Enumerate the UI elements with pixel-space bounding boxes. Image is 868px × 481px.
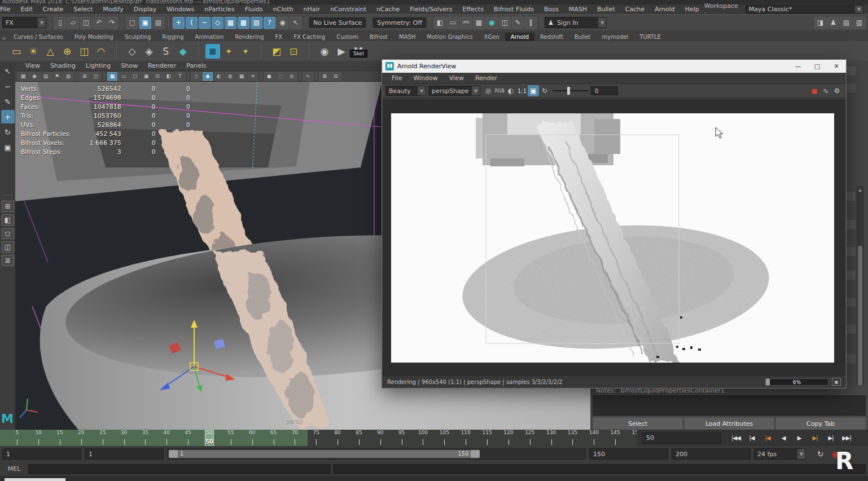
step-back-key-button[interactable]: |◀ [760, 432, 775, 444]
paint-select-tool[interactable]: ✎ [1, 95, 15, 108]
standin-icon[interactable]: ◇ [124, 43, 141, 60]
render-icon[interactable]: ◉ [316, 43, 333, 60]
shelf-tab[interactable]: Sculpting [119, 33, 157, 41]
safe-title-icon[interactable]: T [175, 72, 185, 81]
menu-item[interactable]: nCloth [268, 6, 299, 13]
exposure-slider[interactable] [553, 85, 589, 96]
maximize-button[interactable]: □ [808, 60, 827, 73]
occlusion-icon[interactable]: ☀ [248, 72, 258, 81]
menu-item[interactable]: Arnold [650, 6, 680, 13]
physical-sky-icon[interactable]: ◠ [93, 43, 109, 60]
snap-curve-icon[interactable]: ( [186, 17, 198, 29]
hypershade-icon[interactable]: ● [486, 17, 498, 29]
highlight-selection-icon[interactable]: ↖ [290, 17, 301, 29]
render-current-frame-icon[interactable]: ▭ [447, 17, 459, 29]
scrollbar-thumb[interactable] [858, 246, 862, 387]
timeline-track[interactable]: 5101520253035404550556065707580859095100… [0, 430, 637, 446]
menu-item[interactable]: Help [680, 6, 704, 13]
textured-icon[interactable]: ◐ [214, 72, 224, 81]
menu-item[interactable]: Cache [620, 6, 650, 13]
snap-grid-icon[interactable]: + [173, 17, 185, 29]
curve-collector-icon[interactable]: S [157, 43, 174, 60]
rotate-tool[interactable]: ↻ [1, 125, 15, 139]
menu-item[interactable]: Create [38, 6, 69, 13]
footer-button[interactable]: Load Attributes [684, 417, 774, 430]
panel-menu-item[interactable]: View [21, 62, 45, 69]
range-start-handle[interactable] [169, 450, 178, 458]
notes-textarea[interactable] [593, 395, 866, 416]
light-editor-icon[interactable]: ◫ [499, 17, 511, 29]
display-settings-icon[interactable]: ⚙ [831, 85, 843, 96]
tx-manager-icon[interactable]: ▦ [205, 44, 220, 59]
render-sequence-icon[interactable]: ▶ [333, 43, 350, 60]
light-manager-icon[interactable]: ◩ [268, 43, 285, 60]
footer-button[interactable]: Select [593, 417, 683, 430]
range-end-handle[interactable] [471, 450, 480, 458]
shelf-menu-icon[interactable]: ≡ [0, 36, 8, 41]
shelf-tab[interactable]: Rigging [157, 33, 190, 41]
play-forwards-button[interactable]: ▶ [791, 432, 807, 444]
panel-menu-item[interactable]: Renderer [143, 62, 181, 69]
exposure-value-field[interactable]: 0 [591, 86, 618, 95]
light-portal-icon[interactable]: ◫ [76, 43, 93, 60]
snap-projected-center-icon[interactable]: ◇ [212, 17, 223, 29]
menu-item[interactable]: nHair [299, 6, 326, 13]
paint-effects-icon[interactable]: ✎ [512, 17, 524, 29]
menu-item[interactable]: Select [68, 6, 98, 13]
shelf-tab[interactable]: Custom [331, 33, 363, 41]
animation-start-field[interactable]: 1 [2, 448, 81, 460]
zoom-ratio-label[interactable]: 1:1 [516, 85, 528, 96]
step-forward-key-button[interactable]: ▶| [807, 432, 823, 444]
aov-browser-icon[interactable]: ⊡ [285, 43, 302, 60]
step-back-frame-button[interactable]: |◀ [744, 432, 760, 444]
renderview-menu-item[interactable]: Window [408, 74, 442, 82]
shelf-tab[interactable]: FX Caching [288, 33, 331, 41]
character-controls-icon[interactable]: ♟ [827, 17, 839, 29]
oversampling-icon[interactable]: ◫ [91, 72, 101, 81]
menu-item[interactable]: Fluids [240, 6, 268, 13]
menu-item[interactable]: Effects [457, 6, 488, 13]
field-chart-icon[interactable]: ⊡ [152, 72, 163, 81]
bookmarks-icon[interactable]: ⚑ [52, 72, 62, 81]
motion-blur-icon[interactable]: ● [264, 72, 274, 81]
safe-action-icon[interactable]: ◧ [164, 72, 174, 81]
shelf-tab[interactable]: MASH [393, 33, 421, 41]
menu-item[interactable]: Modify [98, 6, 128, 13]
layout-outliner[interactable]: ≣ [2, 255, 14, 266]
multisample-icon[interactable]: ◌ [275, 72, 286, 81]
resolution-gate-icon[interactable]: ◻ [130, 72, 140, 81]
save-image-icon[interactable]: ▣ [832, 378, 841, 386]
shelf-tab[interactable]: Arnold [505, 33, 534, 41]
render-settings-icon[interactable]: ▦ [473, 17, 485, 29]
panel-menu-item[interactable]: Lighting [81, 62, 115, 69]
playback-start-field[interactable]: 1 [85, 448, 164, 460]
standin-export-icon[interactable]: ◈ [141, 43, 157, 60]
menu-item[interactable]: nCache [371, 6, 405, 13]
symmetry-field[interactable]: Symmetry: Off [373, 17, 426, 28]
shelf-tab[interactable]: Rendering [229, 33, 269, 41]
menu-item[interactable]: Bifrost Fluids [489, 6, 539, 13]
pause-viewport-icon[interactable]: ‖ [525, 17, 537, 29]
shelf-tab[interactable]: Bullet [569, 33, 597, 41]
panel-menu-item[interactable]: Shading [46, 62, 80, 69]
channel-box-icon[interactable]: ▤ [840, 17, 852, 29]
go-to-end-button[interactable]: ▶▶| [839, 432, 854, 444]
shelf-tab[interactable]: Redshift [534, 33, 569, 41]
abort-render-icon[interactable]: ■ [809, 85, 820, 96]
scroll-up-icon[interactable]: ▲ [857, 187, 863, 193]
film-gate-icon[interactable]: ▭ [119, 72, 129, 81]
tx-delete-icon[interactable]: ✦ [237, 43, 254, 60]
new-scene-icon[interactable]: ▯ [54, 17, 66, 29]
menu-item[interactable]: Display [129, 6, 162, 13]
undo-icon[interactable]: ↶ [93, 17, 105, 29]
menu-item[interactable]: Fields/Solvers [405, 6, 457, 13]
volume-icon[interactable]: ◆ [174, 43, 191, 60]
scale-tool[interactable]: ▣ [1, 140, 15, 154]
save-scene-icon[interactable]: ◫ [80, 17, 92, 29]
menu-item[interactable]: MASH [564, 6, 592, 13]
close-button[interactable]: ✕ [827, 60, 846, 73]
workspace-dropdown[interactable]: Maya Classic* ▼ [746, 5, 863, 14]
shelf-tab[interactable]: Bifrost [364, 33, 393, 41]
photometric-light-icon[interactable]: ⊕ [59, 43, 76, 60]
command-language-toggle[interactable]: MEL [2, 465, 26, 473]
